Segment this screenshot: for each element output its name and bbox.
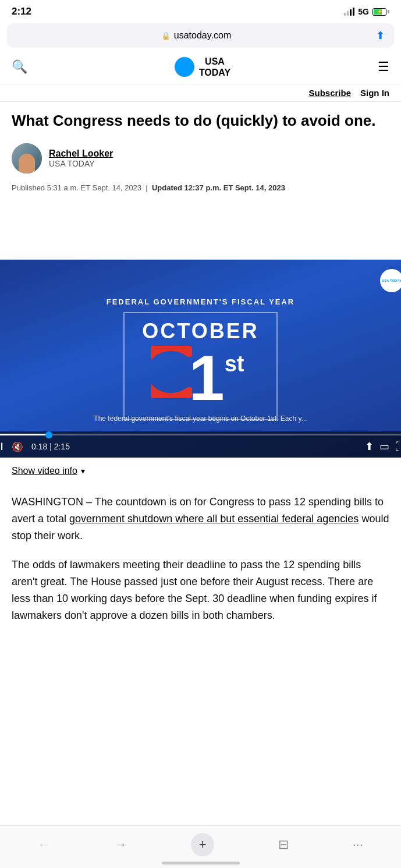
author-row: Rachel Looker USA TODAY [12, 137, 389, 179]
signal-bar-1 [344, 13, 346, 16]
video-header-text: FEDERAL GOVERNMENT'S FISCAL YEAR [107, 297, 295, 306]
date-line: Published 5:31 a.m. ET Sept. 14, 2023 | … [12, 179, 389, 201]
subscribe-button[interactable]: Subscribe [308, 88, 351, 98]
signal-bar-4 [353, 8, 354, 16]
tabs-button[interactable]: ⊟ [278, 837, 289, 852]
usa-today-badge: USA TODAY [380, 269, 401, 292]
browser-url-bar[interactable]: 🔒 usatoday.com ⬆ [7, 23, 394, 48]
article-lower: Show video info ▾ WASHINGTON – The count… [0, 458, 401, 624]
controls-row: ⏸ 🔇 0:18 | 2:15 ⬆ ▭ ⛶ [0, 440, 401, 453]
status-icons: 5G ⚡ [344, 7, 389, 16]
video-day-row: 1 st [157, 346, 244, 410]
show-video-info-text[interactable]: Show video info [12, 466, 77, 476]
video-share-button[interactable]: ⬆ [365, 440, 374, 453]
updated-date: Updated 12:37 p.m. ET Sept. 14, 2023 [152, 183, 285, 192]
video-c-shape-icon [151, 346, 192, 398]
url-text: usatoday.com [174, 30, 231, 41]
volume-button[interactable]: 🔇 [12, 441, 23, 452]
author-avatar [12, 143, 42, 173]
article-content: What Congress needs to do (quickly) to a… [0, 102, 401, 260]
video-controls[interactable]: ⏸ 🔇 0:18 | 2:15 ⬆ ▭ ⛶ [0, 431, 401, 458]
url-area[interactable]: 🔒 usatoday.com [16, 30, 376, 41]
video-day-ordinal: st [225, 352, 244, 377]
video-subtitle: The federal government's fiscal year beg… [0, 414, 401, 423]
author-name[interactable]: Rachel Looker [49, 148, 113, 159]
video-background: USA TODAY FEDERAL GOVERNMENT'S FISCAL YE… [0, 260, 401, 458]
signal-bar-2 [347, 11, 349, 16]
chevron-down-icon: ▾ [81, 466, 85, 476]
progress-bar-fill [0, 434, 49, 435]
video-day-number: 1 [189, 346, 225, 410]
usa-today-logo-text: USATODAY [199, 56, 230, 78]
search-icon[interactable]: 🔍 [12, 59, 27, 75]
sign-in-button[interactable]: Sign In [360, 88, 389, 98]
video-month: OCTOBER [142, 319, 258, 343]
progress-bar-track[interactable] [0, 434, 401, 435]
nav-bar: 🔍 USATODAY ☰ [0, 50, 401, 84]
battery-body: ⚡ [372, 8, 386, 16]
show-video-info-row[interactable]: Show video info ▾ [12, 458, 389, 484]
article-headline: What Congress needs to do (quickly) to a… [12, 102, 389, 137]
logo-area[interactable]: USATODAY [175, 56, 230, 78]
battery-bolt-icon: ⚡ [377, 9, 383, 15]
share-icon[interactable]: ⬆ [376, 29, 385, 42]
status-time: 2:12 [12, 6, 31, 17]
government-shutdown-link[interactable]: overnment shutdown where all but essenti… [75, 513, 359, 525]
cast-button[interactable]: ▭ [379, 440, 389, 453]
signal-bars [344, 8, 354, 16]
current-time: 0:18 | 2:15 [31, 442, 70, 451]
author-outlet: USA TODAY [49, 159, 113, 168]
status-bar: 2:12 5G ⚡ [0, 0, 401, 21]
battery-indicator: ⚡ [372, 8, 389, 16]
badge-text: USA TODAY [382, 279, 401, 283]
article-body: WASHINGTON – The countdown is on for Con… [12, 484, 389, 624]
video-date-box: OCTOBER 1 st [123, 312, 277, 420]
back-button[interactable]: ← [38, 837, 51, 852]
hamburger-menu-icon[interactable]: ☰ [378, 59, 389, 75]
video-player[interactable]: USA TODAY FEDERAL GOVERNMENT'S FISCAL YE… [0, 260, 401, 458]
home-indicator [162, 862, 240, 865]
more-button[interactable]: ··· [353, 837, 363, 852]
avatar-figure [19, 154, 35, 173]
auth-bar: Subscribe Sign In [0, 84, 401, 102]
play-pause-button[interactable]: ⏸ [0, 441, 6, 453]
new-tab-button[interactable]: + [191, 833, 214, 856]
article-paragraph-1: WASHINGTON – The countdown is on for Con… [12, 494, 389, 544]
author-info: Rachel Looker USA TODAY [49, 148, 113, 168]
usa-today-logo-circle [175, 57, 194, 77]
article-paragraph-2: The odds of lawmakers meeting their dead… [12, 557, 389, 623]
signal-bar-3 [350, 9, 352, 16]
avatar-image [12, 143, 42, 173]
lock-icon: 🔒 [161, 31, 171, 40]
published-date: Published 5:31 a.m. ET Sept. 14, 2023 [12, 183, 141, 192]
network-label: 5G [358, 7, 369, 16]
battery-tip [388, 10, 389, 13]
fullscreen-button[interactable]: ⛶ [395, 441, 401, 453]
progress-dot [45, 431, 52, 438]
forward-button[interactable]: → [115, 837, 127, 852]
